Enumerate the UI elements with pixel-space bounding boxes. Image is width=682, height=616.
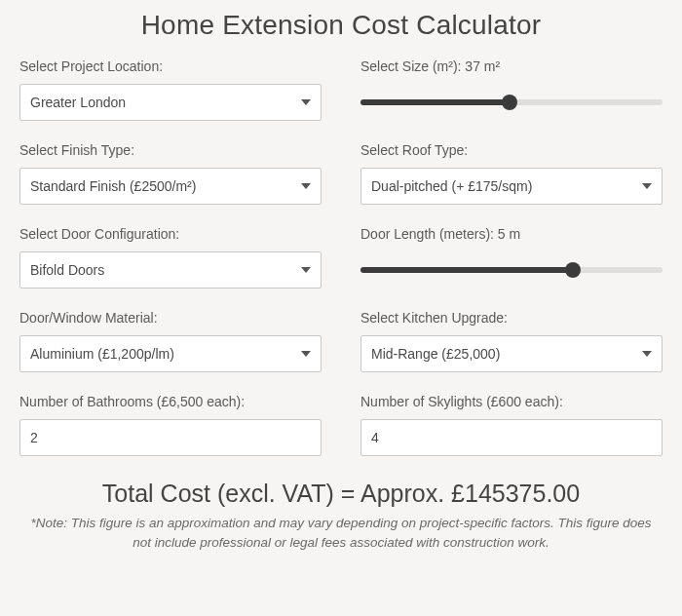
field-door-length: Door Length (meters): 5 m	[360, 226, 663, 289]
page-title: Home Extension Cost Calculator	[19, 10, 663, 41]
label-skylights: Number of Skylights (£600 each):	[360, 394, 663, 409]
field-size: Select Size (m²): 37 m²	[360, 58, 663, 121]
total-section: Total Cost (excl. VAT) = Approx. £145375…	[19, 480, 663, 554]
select-roof[interactable]: Dual-pitched (+ £175/sqm)	[360, 168, 663, 205]
label-size: Select Size (m²): 37 m²	[360, 58, 663, 74]
input-skylights[interactable]	[360, 419, 663, 456]
slider-size[interactable]	[360, 99, 663, 105]
field-roof: Select Roof Type: Dual-pitched (+ £175/s…	[360, 142, 663, 205]
field-material: Door/Window Material: Aluminium (£1,200p…	[19, 310, 322, 372]
select-door-config[interactable]: Bifold Doors	[19, 251, 322, 289]
select-finish[interactable]: Standard Finish (£2500/m²)	[19, 168, 322, 205]
field-kitchen: Select Kitchen Upgrade: Mid-Range (£25,0…	[360, 310, 663, 372]
label-material: Door/Window Material:	[19, 310, 322, 326]
select-location[interactable]: Greater London	[19, 84, 322, 121]
label-kitchen: Select Kitchen Upgrade:	[360, 310, 663, 326]
label-roof: Select Roof Type:	[360, 142, 663, 158]
label-bathrooms: Number of Bathrooms (£6,500 each):	[19, 394, 322, 409]
label-door-config: Select Door Configuration:	[19, 226, 322, 242]
total-cost-text: Total Cost (excl. VAT) = Approx. £145375…	[19, 480, 663, 508]
label-door-length: Door Length (meters): 5 m	[360, 226, 663, 242]
field-bathrooms: Number of Bathrooms (£6,500 each):	[19, 394, 322, 456]
slider-door-length[interactable]	[360, 267, 663, 273]
field-finish: Select Finish Type: Standard Finish (£25…	[19, 142, 322, 205]
select-kitchen[interactable]: Mid-Range (£25,000)	[360, 335, 663, 372]
field-door-config: Select Door Configuration: Bifold Doors	[19, 226, 322, 289]
field-location: Select Project Location: Greater London	[19, 58, 322, 121]
calculator-form: Select Project Location: Greater London …	[19, 58, 663, 456]
label-location: Select Project Location:	[19, 58, 322, 74]
disclaimer-note: *Note: This figure is an approximation a…	[19, 514, 663, 554]
select-material[interactable]: Aluminium (£1,200p/lm)	[19, 335, 322, 372]
label-finish: Select Finish Type:	[19, 142, 322, 158]
input-bathrooms[interactable]	[19, 419, 322, 456]
field-skylights: Number of Skylights (£600 each):	[360, 394, 663, 456]
